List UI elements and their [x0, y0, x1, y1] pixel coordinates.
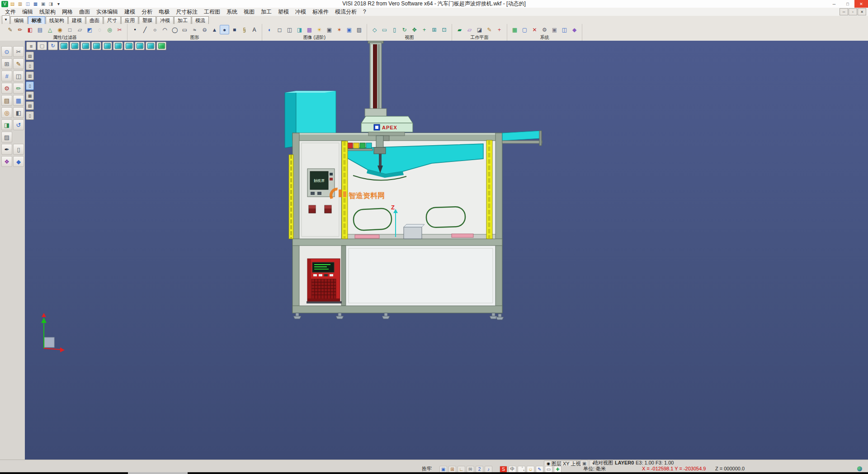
menu-item-8[interactable]: 分析 — [138, 8, 156, 16]
block-icon[interactable]: ■ — [230, 25, 239, 34]
maximize-button[interactable]: □ — [841, 0, 854, 8]
tab-2[interactable]: 标准 — [28, 16, 45, 24]
annotate-icon[interactable]: ✏ — [13, 83, 24, 94]
menu-item-4[interactable]: 网格 — [59, 8, 76, 16]
ime-skin-icon[interactable]: ✎ — [536, 466, 543, 473]
menu-item-3[interactable]: 线架构 — [36, 8, 59, 16]
snap-target-icon[interactable]: ◎ — [1, 107, 12, 118]
cube-bottom-icon[interactable] — [113, 42, 123, 50]
menu-item-7[interactable]: 建模 — [121, 8, 138, 16]
ime-chinese-icon[interactable]: 中 — [509, 466, 516, 473]
ortho-mode-icon[interactable]: ∟ — [458, 466, 465, 473]
materials-icon[interactable]: ▩ — [305, 25, 314, 34]
vp-pan-icon[interactable]: ▯ — [26, 62, 34, 70]
zoom-select-icon[interactable]: ⊙ — [1, 46, 12, 57]
tab-1[interactable]: 编辑 — [10, 16, 28, 24]
entity-filter-icon[interactable]: △ — [45, 25, 55, 34]
close-button[interactable]: ✕ — [854, 0, 868, 8]
shaded-render-icon[interactable]: ◐ — [265, 25, 274, 34]
menu-item-19[interactable]: ? — [360, 8, 369, 16]
render-icon[interactable]: ✶ — [335, 25, 344, 34]
rectangle-icon[interactable]: ▭ — [180, 25, 189, 34]
monitor-icon[interactable]: ▢ — [520, 25, 529, 34]
background-icon[interactable]: ▨ — [354, 25, 364, 34]
show-all-icon[interactable]: ◎ — [105, 25, 114, 34]
profile-icon[interactable]: § — [240, 25, 249, 34]
axis-system-icon[interactable]: # — [1, 71, 12, 81]
layer-stack-icon[interactable]: ▦ — [13, 95, 24, 106]
menu-item-16[interactable]: 冲模 — [292, 8, 309, 16]
open-file-icon[interactable]: ▥ — [17, 1, 24, 7]
mdi-close-button[interactable]: ✕ — [858, 8, 866, 15]
hide-entities-icon[interactable]: ◌ — [95, 25, 104, 34]
machine-setup-icon[interactable]: ⚙ — [1, 83, 12, 94]
workplane-3pt-icon[interactable]: ◪ — [475, 25, 484, 34]
settings-icon[interactable]: ⚙ — [540, 25, 549, 34]
circle-icon[interactable]: ○ — [150, 25, 160, 34]
transparency-icon[interactable]: ◨ — [295, 25, 304, 34]
paint-faces-icon[interactable]: ◨ — [1, 119, 12, 130]
cone-icon[interactable]: ▲ — [210, 25, 219, 34]
attributes-icon[interactable]: ✎ — [5, 25, 15, 34]
cube-top-icon[interactable] — [59, 42, 69, 50]
lighting-icon[interactable]: ☀ — [315, 25, 324, 34]
menu-item-15[interactable]: 塑模 — [275, 8, 292, 16]
vp-info-icon[interactable]: ▯ — [26, 111, 34, 120]
cube-left-icon[interactable] — [91, 42, 101, 50]
menu-item-13[interactable]: 视图 — [241, 8, 258, 16]
zoom-in-icon[interactable]: + — [420, 25, 429, 34]
mdi-restore-button[interactable]: ▫ — [849, 8, 857, 15]
grid-snap-icon[interactable]: ⊞ — [1, 58, 12, 69]
tab-11[interactable]: 模流 — [192, 16, 209, 24]
top-view-icon[interactable]: ▯ — [390, 25, 399, 34]
delete-entities-icon[interactable]: ✂ — [115, 25, 124, 34]
save-view-icon[interactable]: ◆ — [13, 156, 24, 167]
robot-rail[interactable] — [368, 41, 383, 115]
workplane-xy-icon[interactable]: ▰ — [455, 25, 464, 34]
text-icon[interactable]: A — [250, 25, 259, 34]
view-list-icon[interactable]: ≡ — [26, 42, 36, 50]
quick-attributes-icon[interactable]: ✏ — [15, 25, 25, 34]
cylinder-icon[interactable]: ⊖ — [200, 25, 209, 34]
workplane-align-icon[interactable]: + — [495, 25, 504, 34]
calculator-icon[interactable]: ▣ — [550, 25, 559, 34]
menu-item-18[interactable]: 模流分析 — [332, 8, 360, 16]
view-refresh-icon[interactable]: ↻ — [48, 42, 58, 50]
tab-6[interactable]: 尺寸 — [104, 16, 121, 24]
ime-punctuation-icon[interactable]: ゜, — [518, 466, 525, 473]
import-icon[interactable]: ◫ — [24, 1, 31, 7]
menu-item-1[interactable]: 文件 — [2, 8, 19, 16]
customize-dropdown-icon[interactable]: ▾ — [55, 1, 62, 7]
vp-select-icon[interactable]: ▤ — [26, 52, 34, 60]
save-icon[interactable]: ▦ — [32, 1, 39, 7]
pan-icon[interactable]: ✥ — [410, 25, 419, 34]
new-document-icon[interactable]: ▤ — [9, 1, 16, 7]
snap-mode-icon[interactable]: ▣ — [439, 466, 447, 473]
spline-icon[interactable]: ≈ — [190, 25, 199, 34]
solid-box-icon[interactable]: ◧ — [13, 107, 24, 118]
vp-rotate-icon[interactable]: ▯ — [26, 81, 34, 90]
workplane-xz-icon[interactable]: ▱ — [465, 25, 474, 34]
vp-section-icon[interactable]: ▧ — [26, 101, 34, 110]
menu-item-10[interactable]: 尺寸标注 — [173, 8, 201, 16]
cube-iso-icon[interactable] — [124, 42, 134, 50]
iso-view-icon[interactable]: ◇ — [370, 25, 379, 34]
chain-select-icon[interactable]: ◉ — [55, 25, 65, 34]
status-indicator-icon[interactable] — [857, 466, 862, 471]
cube-right-icon[interactable] — [80, 42, 90, 50]
tab-4[interactable]: 建模 — [68, 16, 85, 24]
undo-view-icon[interactable]: ↺ — [13, 119, 24, 130]
grid-icon[interactable]: ▦ — [510, 25, 519, 34]
taskbar-item[interactable] — [128, 472, 188, 474]
mirror-icon[interactable]: ◫ — [13, 71, 24, 81]
dual-screen-icon[interactable]: ◫ — [560, 25, 569, 34]
plot-icon[interactable]: ◨ — [47, 1, 54, 7]
visi-logo-icon[interactable]: V — [1, 1, 8, 7]
hidden-line-icon[interactable]: ◫ — [285, 25, 294, 34]
wireframe-icon[interactable]: ◻ — [275, 25, 284, 34]
camera-icon[interactable]: ▣ — [325, 25, 334, 34]
palette-icon[interactable]: ❖ — [1, 156, 12, 167]
ime-emoji-icon[interactable]: ☺ — [527, 466, 534, 473]
mdi-minimize-button[interactable]: ─ — [840, 8, 848, 15]
view-window-icon[interactable]: ▢ — [37, 42, 47, 50]
